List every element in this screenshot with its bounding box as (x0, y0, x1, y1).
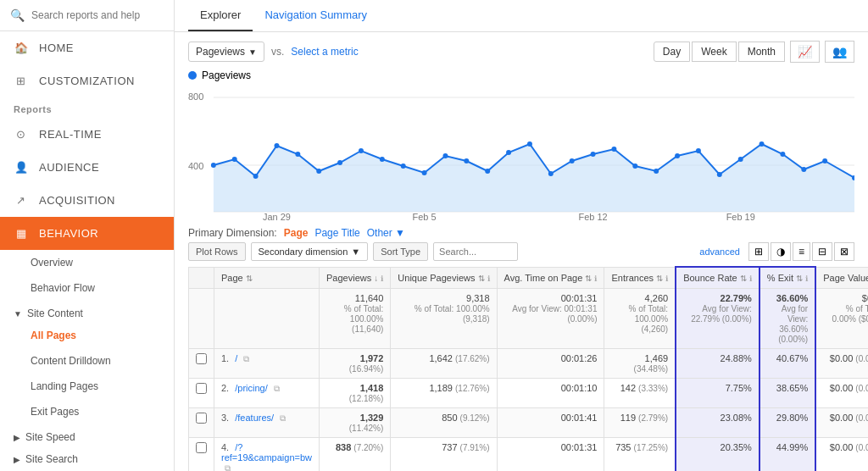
info-icon: ℹ (594, 274, 597, 283)
svg-point-30 (738, 157, 743, 162)
pie-view-btn[interactable]: ◑ (771, 242, 791, 261)
row-unique: 1,642 (17.62%) (391, 349, 497, 379)
th-pagevalue[interactable]: Page Value ⇅ ℹ (815, 267, 868, 289)
reports-section-label: Reports (0, 97, 174, 118)
advanced-link[interactable]: advanced (699, 247, 740, 257)
sitesearch-label: Site Search (25, 453, 78, 465)
sort-type-btn[interactable]: Sort Type (373, 242, 428, 261)
search-bar[interactable]: 🔍 (0, 0, 174, 31)
pivot-view-btn[interactable]: ⊠ (834, 242, 854, 261)
totals-exit-sub: Avg for View: 36.60% (0.00%) (778, 304, 808, 344)
period-btn-day[interactable]: Day (654, 42, 690, 62)
tab-explorer[interactable]: Explorer (188, 0, 253, 31)
row-unique: 737 (7.91%) (391, 438, 497, 472)
sidebar-sub-sitecontent[interactable]: ▼ Site Content (0, 301, 174, 323)
people-icon-btn[interactable]: 👥 (825, 41, 854, 63)
sidebar-sub-allpages[interactable]: All Pages (0, 323, 174, 348)
table-search-input[interactable] (433, 242, 518, 261)
period-btn-week[interactable]: Week (692, 42, 736, 62)
svg-point-11 (337, 160, 342, 165)
th-page[interactable]: Page ⇅ (214, 267, 320, 289)
totals-pagevalue: $0.00 (862, 293, 868, 303)
page-link[interactable]: /?ref=19&campaign=bw (221, 442, 312, 463)
svg-point-18 (485, 169, 490, 174)
row-checkbox[interactable] (196, 383, 207, 394)
sidebar-item-audience[interactable]: 👤 AUDIENCE (0, 151, 174, 184)
dim-page[interactable]: Page (284, 227, 309, 239)
sidebar-sub-exitpages[interactable]: Exit Pages (0, 399, 174, 424)
content-area: Pageviews ▼ vs. Select a metric Day Week… (175, 32, 868, 471)
dim-other[interactable]: Other ▼ (367, 227, 405, 239)
compare-view-btn[interactable]: ⊟ (812, 242, 832, 261)
sidebar-sub-behaviorflow[interactable]: Behavior Flow (0, 275, 174, 301)
copy-icon[interactable]: ⧉ (243, 354, 249, 363)
sidebar-item-realtime[interactable]: ⊙ REAL-TIME (0, 118, 174, 151)
metric-dropdown[interactable]: Pageviews ▼ (188, 42, 264, 62)
dim-pagetitle[interactable]: Page Title (314, 227, 359, 239)
svg-point-6 (232, 157, 237, 162)
svg-point-27 (675, 153, 680, 158)
row-entrances: 119 (2.79%) (604, 408, 676, 438)
row-checkbox-cell (189, 438, 214, 472)
svg-point-33 (801, 167, 806, 172)
search-input[interactable] (31, 9, 164, 21)
totals-pageviews-sub: % of Total: 100.00% (11,640) (344, 304, 384, 334)
svg-point-10 (316, 169, 321, 174)
svg-point-14 (401, 163, 406, 169)
page-link[interactable]: / (235, 353, 237, 363)
th-entrances[interactable]: Entrances ⇅ ℹ (604, 267, 676, 289)
th-avgtime[interactable]: Avg. Time on Page ⇅ ℹ (497, 267, 604, 289)
row-bouncerate: 20.35% (676, 438, 760, 472)
sort-icon: ⇅ (796, 274, 803, 283)
copy-icon[interactable]: ⧉ (274, 384, 280, 393)
table-view-btn[interactable]: ⊞ (748, 242, 769, 261)
tab-navigation-summary[interactable]: Navigation Summary (253, 0, 379, 31)
page-link[interactable]: /pricing/ (235, 383, 268, 393)
th-exit[interactable]: % Exit ⇅ ℹ (760, 267, 815, 289)
th-unique[interactable]: Unique Pageviews ⇅ ℹ (391, 267, 497, 289)
select-metric-link[interactable]: Select a metric (291, 46, 358, 58)
page-link[interactable]: /features/ (235, 413, 274, 423)
sidebar-sub-contentdrilldown[interactable]: Content Drilldown (0, 348, 174, 374)
th-bouncerate[interactable]: Bounce Rate ⇅ ℹ (676, 267, 760, 289)
sidebar-item-behavior[interactable]: ▦ BEHAVIOR (0, 217, 174, 250)
chart-container: 800 400 (188, 85, 854, 220)
sidebar-sub-overview[interactable]: Overview (0, 250, 174, 275)
legend-dot (188, 71, 197, 80)
home-icon: 🏠 (14, 42, 29, 54)
info-icon: ℹ (381, 274, 383, 283)
line-chart-icon-btn[interactable]: 📈 (790, 41, 820, 63)
sidebar-item-acquisition[interactable]: ↗ ACQUISITION (0, 184, 174, 217)
copy-icon[interactable]: ⧉ (280, 413, 286, 423)
acquisition-icon: ↗ (14, 194, 29, 207)
totals-pagevalue-sub: % of Total: 0.00% ($0.00) (832, 304, 868, 324)
row-checkbox[interactable] (196, 442, 207, 453)
svg-point-9 (295, 152, 300, 157)
sidebar-item-customization[interactable]: ⊞ CUSTOMIZATION (0, 64, 174, 97)
sort-icon: ↓ (374, 274, 378, 283)
row-checkbox-cell (189, 408, 214, 438)
period-btn-month[interactable]: Month (738, 42, 785, 62)
chart-controls-left: Pageviews ▼ vs. Select a metric (188, 42, 359, 62)
copy-icon[interactable]: ⧉ (225, 463, 231, 471)
sidebar-sub-sitespeed[interactable]: ▶ Site Speed (0, 424, 174, 446)
plot-rows-btn[interactable]: Plot Rows (188, 242, 246, 261)
chart-legend: Pageviews (188, 69, 854, 81)
secondary-dim-btn[interactable]: Secondary dimension ▼ (251, 242, 369, 261)
sidebar-item-home[interactable]: 🏠 HOME (0, 31, 174, 64)
sidebar-sub-sitesearch[interactable]: ▶ Site Search (0, 446, 174, 468)
th-pageviews[interactable]: Pageviews ↓ ℹ (320, 267, 391, 289)
info-icon: ℹ (805, 274, 808, 283)
row-checkbox[interactable] (196, 353, 207, 364)
row-avgtime: 00:01:26 (497, 349, 604, 379)
dimension-label: Primary Dimension: (188, 227, 277, 239)
row-checkbox[interactable] (196, 413, 207, 424)
svg-point-34 (822, 158, 827, 163)
sidebar-sub-landingpages[interactable]: Landing Pages (0, 374, 174, 399)
list-view-btn[interactable]: ≡ (793, 242, 810, 261)
row-pagevalue: $0.00 (0.00%) (815, 408, 868, 438)
row-checkbox-cell (189, 349, 214, 379)
row-exit: 40.67% (760, 349, 815, 379)
info-icon: ℹ (487, 274, 490, 283)
svg-point-21 (548, 171, 554, 176)
